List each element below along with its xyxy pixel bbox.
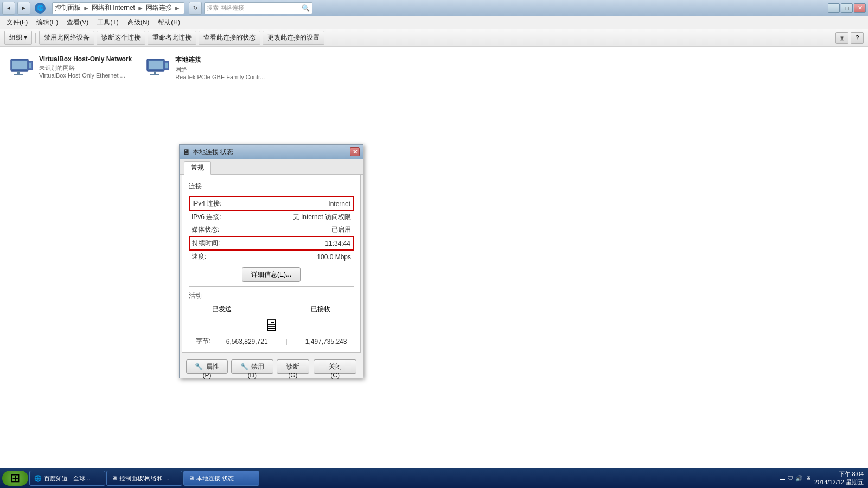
- crumb-sep-3: ►: [174, 4, 181, 12]
- adapter-virtualbox-line3: VirtualBox Host-Only Ethernet ...: [39, 72, 132, 79]
- activity-section: 活动 已发送 已接收 —— 🖥 —— 字节: 6,563,829,721 | 1…: [189, 291, 354, 346]
- svg-rect-3: [14, 74, 23, 75]
- taskbar-lc-label: 本地连接 状态: [196, 474, 234, 483]
- dialog-title-left: 🖥 本地连接 状态: [183, 147, 233, 157]
- menu-view[interactable]: 查看(V): [62, 17, 93, 28]
- disable-icon: 🔧: [240, 363, 248, 370]
- menu-help[interactable]: 帮助(H): [154, 17, 184, 28]
- menu-file[interactable]: 文件(F): [2, 17, 32, 28]
- display-icon[interactable]: 🖥: [805, 475, 811, 481]
- disable-button[interactable]: 🔧 禁用(D): [231, 359, 273, 374]
- main-content: VirtualBox Host-Only Network 未识别的网络 Virt…: [0, 47, 868, 468]
- speed-row: 速度: 100.0 Mbps: [189, 250, 353, 263]
- dialog-title-text: 本地连接 状态: [193, 147, 233, 157]
- activity-labels-row: 已发送 已接收: [189, 305, 354, 314]
- adapter-local-name: 本地连接: [175, 55, 265, 65]
- bytes-label: 字节:: [196, 337, 213, 346]
- minimize-all-icon[interactable]: ▬: [780, 476, 785, 481]
- ie-icon: 🌐: [35, 3, 46, 14]
- taskbar-item-localconnect[interactable]: 🖥 本地连接 状态: [183, 471, 259, 486]
- dialog-tabs: 常规: [180, 159, 363, 175]
- properties-label: 属性(P): [202, 363, 219, 379]
- diagnose-button[interactable]: 诊断这个连接: [97, 31, 145, 45]
- organize-button[interactable]: 组织 ▾: [4, 31, 32, 45]
- diagnose-dialog-button[interactable]: 诊断(G): [277, 359, 310, 374]
- system-tray-icons: ▬ 🛡 🔊 🖥: [780, 475, 811, 482]
- adapter-local[interactable]: 本地连接 网络 Realtek PCIe GBE Family Contr...: [143, 53, 267, 84]
- speed-value: 100.0 Mbps: [233, 250, 353, 263]
- search-bar[interactable]: 搜索 网络连接 🔍: [204, 2, 312, 14]
- bytes-divider: |: [286, 338, 288, 345]
- detail-button[interactable]: 详细信息(E)...: [242, 267, 301, 282]
- taskbar-item-baidu[interactable]: 🌐 百度知道 - 全球...: [29, 471, 105, 486]
- adapter-local-info: 本地连接 网络 Realtek PCIe GBE Family Contr...: [175, 55, 265, 80]
- properties-icon: 🔧: [195, 363, 203, 370]
- crumb-network[interactable]: 网络和 Internet: [92, 3, 135, 12]
- ipv4-row: IPv4 连接: Internet: [189, 197, 353, 210]
- taskbar-lc-icon: 🖥: [188, 475, 194, 481]
- dialog-close-button[interactable]: ✕: [350, 147, 360, 156]
- toolbar-right: ⊞ ?: [835, 32, 864, 44]
- menu-tools[interactable]: 工具(T): [93, 17, 123, 28]
- duration-value: 11:34:44: [233, 236, 353, 250]
- help-toolbar-btn[interactable]: ?: [851, 32, 864, 44]
- menu-advanced[interactable]: 高级(N): [123, 17, 154, 28]
- ipv4-value: Internet: [233, 197, 353, 210]
- taskbar-right: ▬ 🛡 🔊 🖥 下午 8:04 2014/12/12 星期五: [780, 470, 866, 486]
- volume-icon[interactable]: 🔊: [795, 475, 803, 482]
- crumb-connections[interactable]: 网络连接: [146, 3, 172, 12]
- toolbar-separator: [35, 33, 36, 43]
- windows-logo: ⊞: [10, 471, 20, 485]
- media-label: 媒体状态:: [189, 223, 233, 236]
- menu-bar: 文件(F) 编辑(E) 查看(V) 工具(T) 高级(N) 帮助(H): [0, 16, 868, 29]
- duration-label: 持续时间:: [189, 236, 233, 250]
- dialog-footer: 🔧 属性(P) 🔧 禁用(D) 诊断(G) 关闭(C): [180, 355, 363, 378]
- activity-header: 活动: [189, 291, 354, 300]
- change-settings-button[interactable]: 更改此连接的设置: [263, 31, 324, 45]
- svg-rect-7: [149, 61, 163, 69]
- dialog-titlebar: 🖥 本地连接 状态 ✕: [180, 145, 363, 159]
- connection-table: IPv4 连接: Internet IPv6 连接: 无 Internet 访问…: [189, 196, 354, 263]
- connection-section-header: 连接: [189, 182, 354, 192]
- taskbar-item-controlpanel[interactable]: 🖥 控制面板\网络和 ...: [106, 471, 182, 486]
- svg-rect-2: [17, 71, 20, 74]
- ipv6-label: IPv6 连接:: [189, 210, 233, 223]
- crumb-sep-1: ►: [83, 4, 90, 12]
- forward-button[interactable]: ►: [17, 2, 30, 15]
- activity-icons-row: —— 🖥 ——: [189, 316, 354, 335]
- svg-rect-1: [12, 61, 27, 69]
- network-tray-icon[interactable]: 🛡: [787, 475, 793, 481]
- disable-network-button[interactable]: 禁用此网络设备: [39, 31, 94, 45]
- search-icon[interactable]: 🔍: [302, 4, 310, 12]
- view-status-button[interactable]: 查看此连接的状态: [199, 31, 260, 45]
- ipv6-value: 无 Internet 访问权限: [233, 210, 353, 223]
- properties-button[interactable]: 🔧 属性(P): [186, 359, 228, 374]
- disable-label: 禁用(D): [247, 363, 264, 379]
- close-button[interactable]: ✕: [854, 3, 866, 13]
- breadcrumb: 控制面板 ► 网络和 Internet ► 网络连接 ►: [55, 3, 182, 12]
- minimize-button[interactable]: —: [828, 3, 840, 13]
- bytes-sent: 6,563,829,721: [226, 338, 268, 345]
- rename-button[interactable]: 重命名此连接: [148, 31, 196, 45]
- back-button[interactable]: ◄: [2, 2, 15, 15]
- view-toggle[interactable]: ⊞: [835, 32, 848, 44]
- menu-edit[interactable]: 编辑(E): [32, 17, 62, 28]
- dialog-close-bottom-button[interactable]: 关闭(C): [314, 359, 356, 374]
- address-bar[interactable]: 控制面板 ► 网络和 Internet ► 网络连接 ►: [52, 2, 184, 14]
- crumb-controlpanel[interactable]: 控制面板: [55, 3, 81, 12]
- clock-time: 下午 8:04: [814, 470, 864, 478]
- maximize-button[interactable]: □: [841, 3, 853, 13]
- tab-general[interactable]: 常规: [184, 161, 211, 175]
- ipv4-label: IPv4 连接:: [189, 197, 233, 210]
- search-placeholder: 搜索 网络连接: [207, 4, 244, 12]
- refresh-button[interactable]: ↻: [189, 2, 202, 15]
- start-button[interactable]: ⊞: [2, 471, 28, 486]
- adapters-area: VirtualBox Host-Only Network 未识别的网络 Virt…: [0, 47, 868, 90]
- received-label: 已接收: [288, 305, 354, 314]
- sent-label: 已发送: [189, 305, 255, 314]
- status-dialog: 🖥 本地连接 状态 ✕ 常规 连接 IPv4 连接: Internet IPv6…: [179, 144, 363, 378]
- adapter-virtualbox[interactable]: VirtualBox Host-Only Network 未识别的网络 Virt…: [7, 53, 134, 84]
- taskbar-cp-label: 控制面板\网络和 ...: [119, 474, 169, 483]
- adapter-virtualbox-line2: 未识别的网络: [39, 64, 132, 72]
- taskbar-baidu-icon: 🌐: [34, 475, 42, 482]
